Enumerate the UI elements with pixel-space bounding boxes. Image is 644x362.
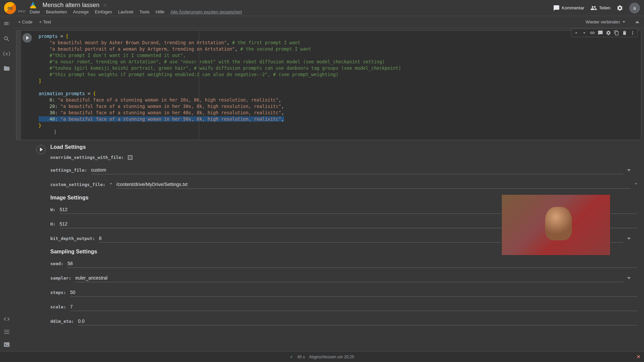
execution-time: 45 s	[297, 355, 305, 359]
kommentar-button[interactable]: Kommentar	[553, 5, 584, 11]
share-icon	[590, 5, 597, 11]
add-code-button[interactable]: +Code	[18, 19, 33, 24]
scale-input[interactable]	[70, 303, 637, 311]
search-icon[interactable]	[3, 36, 10, 42]
menu-datei[interactable]: Datei	[30, 9, 40, 14]
steps-label: steps:	[50, 290, 66, 295]
play-icon	[40, 147, 43, 152]
command-palette-icon[interactable]	[3, 328, 10, 335]
code-snippets-icon[interactable]	[3, 316, 10, 322]
dropdown-icon[interactable]	[627, 277, 631, 279]
colab-logo	[4, 2, 16, 14]
reconnect-button[interactable]: Wieder verbinden	[586, 19, 625, 24]
ddim-label: ddim_eta:	[50, 319, 74, 324]
scale-label: scale:	[50, 304, 66, 309]
menu-einfuegen[interactable]: Einfügen	[95, 9, 112, 14]
quote-close: "	[635, 182, 637, 187]
dropdown-icon[interactable]	[627, 238, 631, 240]
toolbar: +Code +Text Wieder verbinden	[13, 16, 644, 28]
menu-hilfe[interactable]: Hilfe	[156, 9, 164, 14]
star-icon[interactable]: ☆	[103, 2, 107, 8]
pro-badge: PRO	[18, 10, 26, 13]
settings-file-select[interactable]	[91, 166, 623, 174]
custom-file-input[interactable]	[116, 180, 631, 189]
menu-laufzeit[interactable]: Laufzeit	[118, 9, 133, 14]
status-bar: ✓ 45 s Abgeschlossen um 20:25 ✕	[0, 351, 644, 362]
seed-input[interactable]	[67, 259, 637, 268]
text-cursor	[55, 130, 55, 134]
cell-gutter	[16, 31, 21, 140]
settings-file-label: settings_file:	[50, 168, 87, 173]
sampler-label: sampler:	[50, 276, 71, 281]
webcam-overlay	[501, 194, 610, 255]
steps-input[interactable]	[70, 288, 637, 297]
close-status-icon[interactable]: ✕	[636, 354, 641, 360]
caret-down-icon	[623, 21, 625, 23]
add-text-button[interactable]: +Text	[39, 19, 51, 24]
editor-ruler	[199, 31, 199, 140]
quote-open: "	[109, 182, 112, 187]
terminal-icon[interactable]	[3, 341, 10, 348]
folder-icon[interactable]	[3, 65, 10, 72]
bit-depth-label: bit_depth_output:	[50, 236, 95, 241]
toc-icon[interactable]	[3, 20, 10, 27]
code-editor[interactable]: prompts = [ "a beautiful mount by Asher …	[21, 31, 641, 140]
override-checkbox[interactable]	[128, 155, 132, 160]
collapse-icon[interactable]	[635, 21, 639, 23]
comment-icon	[553, 5, 560, 11]
code-cell[interactable]: prompts = [ "a beautiful mount by Asher …	[16, 30, 641, 140]
section-heading: Load Settings	[50, 144, 637, 150]
h-label: H:	[50, 222, 56, 227]
user-avatar[interactable]: a	[629, 3, 640, 13]
override-label: override_settings_with_file:	[50, 155, 124, 160]
check-icon: ✓	[290, 355, 293, 359]
seed-label: seed:	[50, 261, 63, 266]
header-bar: PRO Mensch altern lassen ☆ Datei Bearbei…	[0, 0, 644, 16]
left-sidebar: {x}	[0, 16, 13, 351]
dropdown-icon[interactable]	[627, 169, 631, 171]
menu-bar: Datei Bearbeiten Anzeige Einfügen Laufze…	[30, 9, 553, 14]
custom-file-label: custom_settings_file:	[50, 182, 105, 187]
save-status[interactable]: Alle Änderungen wurden gespeichert	[170, 9, 242, 14]
document-title[interactable]: Mensch altern lassen	[43, 2, 100, 9]
settings-icon[interactable]	[616, 5, 623, 11]
run-cell-button[interactable]	[36, 145, 46, 154]
w-label: W:	[50, 207, 56, 212]
notebook-content: prompts = [ "a beautiful mount by Asher …	[13, 28, 644, 351]
menu-bearbeiten[interactable]: Bearbeiten	[46, 9, 67, 14]
menu-tools[interactable]: Tools	[140, 9, 150, 14]
completion-status: Abgeschlossen um 20:25	[309, 355, 354, 359]
teilen-button[interactable]: Teilen	[590, 5, 610, 11]
sampler-select[interactable]	[75, 274, 623, 282]
variables-icon[interactable]: {x}	[2, 51, 11, 56]
ddim-input[interactable]	[78, 317, 637, 325]
drive-icon	[30, 2, 37, 8]
menu-anzeige[interactable]: Anzeige	[73, 9, 89, 14]
